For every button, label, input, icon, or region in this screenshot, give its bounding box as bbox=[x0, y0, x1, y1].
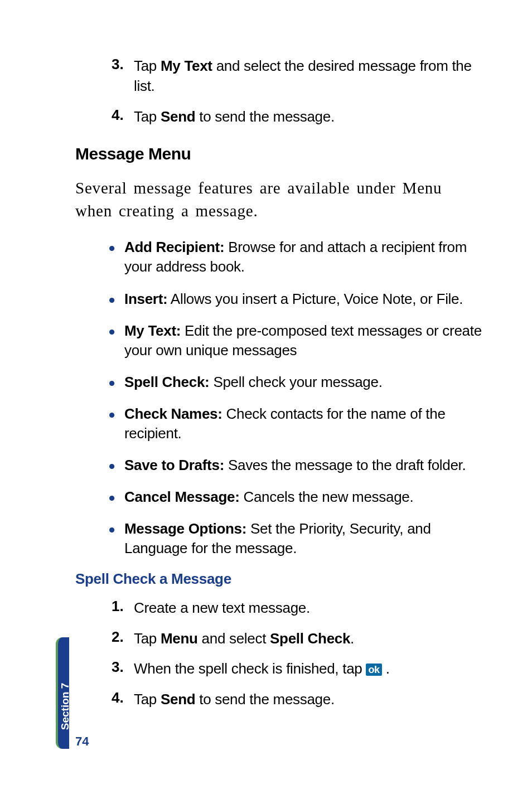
bullet-bold: My Text: bbox=[124, 322, 181, 339]
bullet-text: Cancels the new message. bbox=[239, 488, 413, 505]
step-text: Create a new text message. bbox=[134, 598, 310, 618]
page-number: 74 bbox=[75, 734, 89, 749]
step-text: Tap Menu and select Spell Check. bbox=[134, 628, 354, 648]
bullet-bold: Cancel Message: bbox=[124, 488, 239, 505]
bullet-bold: Save to Drafts: bbox=[124, 457, 224, 473]
step-number: 3. bbox=[112, 658, 134, 676]
step-item-3: 3. Tap My Text and select the desired me… bbox=[112, 56, 482, 96]
step-prefix: Tap bbox=[134, 108, 161, 125]
bullet-text: Allows you insert a Picture, Voice Note,… bbox=[167, 290, 463, 307]
bullet-bold: Insert: bbox=[124, 290, 167, 307]
step-bold: My Text bbox=[161, 57, 212, 74]
heading-spell-check: Spell Check a Message bbox=[75, 570, 482, 588]
step-text: Tap My Text and select the desired messa… bbox=[134, 56, 482, 96]
step-mid: and select bbox=[198, 630, 270, 647]
step-number: 1. bbox=[112, 598, 134, 615]
step-bold: Spell Check bbox=[270, 630, 350, 647]
step-item-4: 4. Tap Send to send the message. bbox=[112, 106, 482, 127]
section-tab: Section 7 bbox=[56, 637, 69, 749]
bullet-bold: Check Names: bbox=[124, 405, 223, 422]
step-suffix: to send the message. bbox=[195, 691, 335, 708]
spell-step-1: 1. Create a new text message. bbox=[112, 598, 482, 618]
step-text: Tap Send to send the message. bbox=[134, 689, 335, 709]
bullet-item: Add Recipient: Browse for and attach a r… bbox=[109, 238, 482, 277]
spell-step-3: 3. When the spell check is finished, tap… bbox=[112, 658, 482, 679]
bullet-item: Insert: Allows you insert a Picture, Voi… bbox=[109, 289, 482, 309]
step-number: 2. bbox=[112, 628, 134, 646]
step-bold: Menu bbox=[161, 630, 198, 647]
step-suffix: . bbox=[350, 630, 354, 647]
bullet-bold: Spell Check: bbox=[124, 374, 209, 390]
bullet-list: Add Recipient: Browse for and attach a r… bbox=[109, 238, 482, 558]
bullet-text: Saves the message to the draft folder. bbox=[224, 457, 466, 473]
bullet-item: Spell Check: Spell check your message. bbox=[109, 372, 482, 392]
intro-paragraph: Several message features are available u… bbox=[75, 177, 482, 222]
step-text: Tap Send to send the message. bbox=[134, 106, 335, 127]
step-number: 3. bbox=[112, 56, 134, 73]
step-prefix: Tap bbox=[134, 691, 161, 708]
step-prefix: Tap bbox=[134, 57, 161, 74]
bullet-item: Save to Drafts: Saves the message to the… bbox=[109, 456, 482, 475]
bullet-item: Check Names: Check contacts for the name… bbox=[109, 404, 482, 443]
section-tab-label: Section 7 bbox=[59, 683, 71, 730]
spell-step-2: 2. Tap Menu and select Spell Check. bbox=[112, 628, 482, 648]
step-bold: Send bbox=[161, 691, 195, 708]
step-text: When the spell check is finished, tap ok… bbox=[134, 658, 390, 679]
bullet-item: Message Options: Set the Priority, Secur… bbox=[109, 519, 482, 558]
step-number: 4. bbox=[112, 106, 134, 124]
step-bold: Send bbox=[161, 108, 195, 125]
bullet-text: Spell check your message. bbox=[209, 374, 382, 390]
bullet-item: Cancel Message: Cancels the new message. bbox=[109, 487, 482, 507]
bullet-item: My Text: Edit the pre-composed text mess… bbox=[109, 321, 482, 360]
step-suffix: . bbox=[386, 660, 390, 677]
spell-step-4: 4. Tap Send to send the message. bbox=[112, 689, 482, 709]
page-content: 3. Tap My Text and select the desired me… bbox=[0, 0, 532, 709]
heading-message-menu: Message Menu bbox=[75, 144, 482, 163]
ok-icon: ok bbox=[366, 664, 381, 676]
step-prefix: Tap bbox=[134, 630, 161, 647]
bullet-bold: Message Options: bbox=[124, 520, 246, 537]
step-prefix: When the spell check is finished, tap bbox=[134, 660, 366, 677]
step-suffix: to send the message. bbox=[195, 108, 335, 125]
bullet-bold: Add Recipient: bbox=[124, 239, 224, 255]
step-number: 4. bbox=[112, 689, 134, 706]
